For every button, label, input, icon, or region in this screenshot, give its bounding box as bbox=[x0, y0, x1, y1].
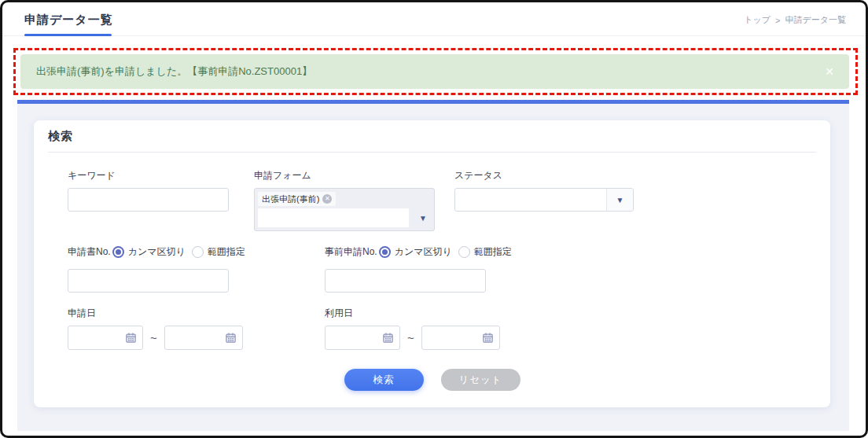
advance-application-no-comma-radio[interactable] bbox=[379, 246, 391, 258]
close-icon[interactable]: ✕ bbox=[825, 66, 834, 77]
breadcrumb-home[interactable]: トップ bbox=[744, 14, 771, 26]
header-divider bbox=[2, 35, 866, 36]
content-panel: 検索 キーワード 申請フォーム 出張申請(事前) ✕ ▼ ス bbox=[17, 100, 849, 431]
calendar-icon bbox=[225, 332, 237, 344]
usage-date-label: 利用日 bbox=[325, 307, 500, 320]
date-range-separator: ~ bbox=[150, 331, 157, 344]
status-field: ステータス ▼ bbox=[454, 169, 634, 212]
keyword-label: キーワード bbox=[68, 169, 229, 182]
application-no-comma-label: カンマ区切り bbox=[128, 245, 186, 259]
date-range-separator: ~ bbox=[407, 331, 414, 344]
reset-button[interactable]: リセット bbox=[441, 369, 520, 391]
usage-date-range: ~ bbox=[325, 326, 500, 350]
breadcrumb-current: 申請データ一覧 bbox=[785, 14, 846, 26]
remove-tag-icon[interactable]: ✕ bbox=[322, 194, 332, 204]
advance-application-no-field: 事前申請No. カンマ区切り 範囲指定 bbox=[325, 245, 513, 293]
application-date-label: 申請日 bbox=[68, 307, 243, 320]
success-banner: 出張申請(事前)を申請しました。【事前申請No.ZST00001】 ✕ bbox=[20, 54, 849, 89]
application-no-head: 申請書No. カンマ区切り 範囲指定 bbox=[68, 245, 247, 259]
advance-application-no-label: 事前申請No. bbox=[325, 245, 377, 259]
application-date-field: 申請日 ~ bbox=[68, 307, 243, 350]
application-date-range: ~ bbox=[68, 326, 243, 350]
app-window: 申請データ一覧 トップ > 申請データ一覧 出張申請(事前)を申請しました。【事… bbox=[0, 0, 868, 438]
advance-application-no-range-radio[interactable] bbox=[458, 246, 470, 258]
application-no-field: 申請書No. カンマ区切り 範囲指定 bbox=[68, 245, 247, 293]
selected-form-tag-label: 出張申請(事前) bbox=[262, 193, 319, 205]
selected-form-tag: 出張申請(事前) ✕ bbox=[258, 192, 336, 206]
search-card-title: 検索 bbox=[48, 129, 73, 144]
page-title: 申請データ一覧 bbox=[24, 13, 113, 28]
application-form-label: 申請フォーム bbox=[254, 169, 435, 182]
search-card-divider bbox=[48, 152, 816, 153]
search-button[interactable]: 検索 bbox=[344, 369, 424, 391]
application-no-range-radio[interactable] bbox=[192, 246, 204, 258]
status-label: ステータス bbox=[454, 169, 634, 182]
active-tab-indicator bbox=[24, 34, 112, 36]
advance-application-no-range-label: 範囲指定 bbox=[474, 245, 512, 259]
advance-application-no-comma-label: カンマ区切り bbox=[395, 245, 452, 259]
application-no-label: 申請書No. bbox=[68, 245, 111, 259]
search-actions: 検索 リセット bbox=[34, 369, 830, 391]
status-select[interactable]: ▼ bbox=[454, 188, 634, 212]
success-message: 出張申請(事前)を申請しました。【事前申請No.ZST00001】 bbox=[36, 64, 312, 79]
status-select-arrow-area: ▼ bbox=[606, 189, 633, 211]
application-form-multiselect[interactable]: 出張申請(事前) ✕ ▼ bbox=[254, 188, 435, 231]
application-no-comma-radio[interactable] bbox=[112, 246, 124, 258]
search-card: 検索 キーワード 申請フォーム 出張申請(事前) ✕ ▼ ス bbox=[34, 120, 830, 407]
application-date-to[interactable] bbox=[164, 326, 243, 350]
application-no-range-label: 範囲指定 bbox=[208, 245, 245, 259]
chevron-down-icon: ▼ bbox=[616, 196, 624, 204]
usage-date-to[interactable] bbox=[421, 326, 500, 350]
keyword-input[interactable] bbox=[68, 188, 229, 212]
breadcrumb: トップ > 申請データ一覧 bbox=[744, 14, 846, 26]
keyword-field: キーワード bbox=[68, 169, 229, 212]
calendar-icon bbox=[125, 332, 137, 344]
usage-date-field: 利用日 ~ bbox=[325, 307, 500, 350]
calendar-icon bbox=[482, 332, 494, 344]
usage-date-from[interactable] bbox=[325, 326, 400, 350]
calendar-icon bbox=[382, 332, 394, 344]
advance-application-no-head: 事前申請No. カンマ区切り 範囲指定 bbox=[325, 245, 513, 259]
application-form-field: 申請フォーム 出張申請(事前) ✕ ▼ bbox=[254, 169, 435, 231]
advance-application-no-input[interactable] bbox=[325, 269, 486, 293]
application-no-input[interactable] bbox=[68, 269, 229, 293]
application-date-from[interactable] bbox=[68, 326, 143, 350]
application-form-input[interactable] bbox=[258, 208, 409, 227]
breadcrumb-separator: > bbox=[775, 16, 780, 25]
chevron-down-icon[interactable]: ▼ bbox=[419, 214, 427, 223]
